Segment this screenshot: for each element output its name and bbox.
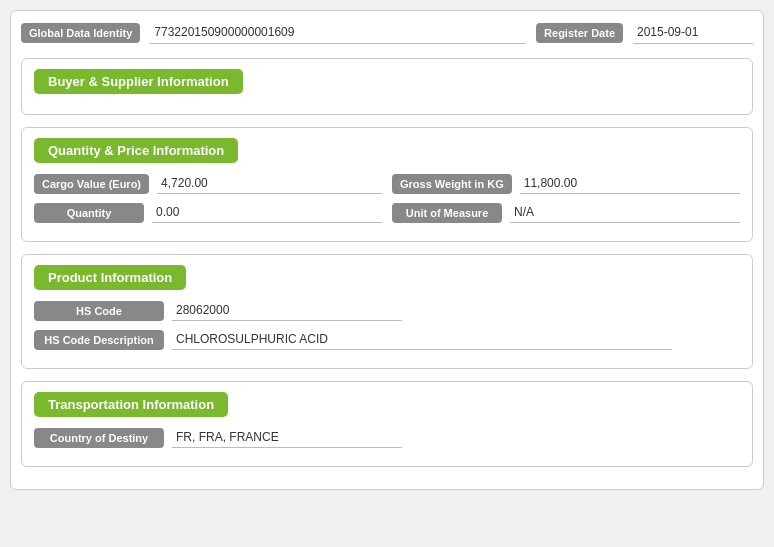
country-label: Country of Destiny [34, 428, 164, 448]
gross-weight-label: Gross Weight in KG [392, 174, 512, 194]
unit-of-measure-label: Unit of Measure [392, 203, 502, 223]
transportation-section: Transportation Information Country of De… [21, 381, 753, 467]
country-value: FR, FRA, FRANCE [172, 427, 402, 448]
quantity-price-section: Quantity & Price Information Cargo Value… [21, 127, 753, 242]
quantity-price-title: Quantity & Price Information [34, 138, 238, 163]
global-data-row: Global Data Identity 7732201509000000016… [21, 21, 753, 44]
hs-code-desc-label: HS Code Description [34, 330, 164, 350]
gross-weight-value: 11,800.00 [520, 173, 740, 194]
global-identity-label: Global Data Identity [21, 23, 140, 43]
cargo-value-group: Cargo Value (Euro) 4,720.00 [34, 173, 382, 194]
hs-code-row: HS Code 28062000 [34, 300, 740, 321]
hs-code-value: 28062000 [172, 300, 402, 321]
cargo-value-label: Cargo Value (Euro) [34, 174, 149, 194]
quantity-group: Quantity 0.00 [34, 202, 382, 223]
gross-weight-group: Gross Weight in KG 11,800.00 [392, 173, 740, 194]
quantity-label: Quantity [34, 203, 144, 223]
quantity-unit-row: Quantity 0.00 Unit of Measure N/A [34, 202, 740, 223]
main-container: Global Data Identity 7732201509000000016… [10, 10, 764, 490]
hs-code-desc-row: HS Code Description CHLOROSULPHURIC ACID [34, 329, 740, 350]
product-title: Product Information [34, 265, 186, 290]
unit-of-measure-group: Unit of Measure N/A [392, 202, 740, 223]
product-section: Product Information HS Code 28062000 HS … [21, 254, 753, 369]
buyer-supplier-section: Buyer & Supplier Information [21, 58, 753, 115]
register-date-value: 2015-09-01 [633, 21, 753, 44]
quantity-value: 0.00 [152, 202, 382, 223]
transportation-title: Transportation Information [34, 392, 228, 417]
hs-code-desc-value: CHLOROSULPHURIC ACID [172, 329, 672, 350]
cargo-value: 4,720.00 [157, 173, 382, 194]
unit-of-measure-value: N/A [510, 202, 740, 223]
buyer-supplier-title: Buyer & Supplier Information [34, 69, 243, 94]
cargo-gross-row: Cargo Value (Euro) 4,720.00 Gross Weight… [34, 173, 740, 194]
country-row: Country of Destiny FR, FRA, FRANCE [34, 427, 740, 448]
hs-code-label: HS Code [34, 301, 164, 321]
register-date-label: Register Date [536, 23, 623, 43]
global-identity-value: 773220150900000001609 [150, 21, 526, 44]
